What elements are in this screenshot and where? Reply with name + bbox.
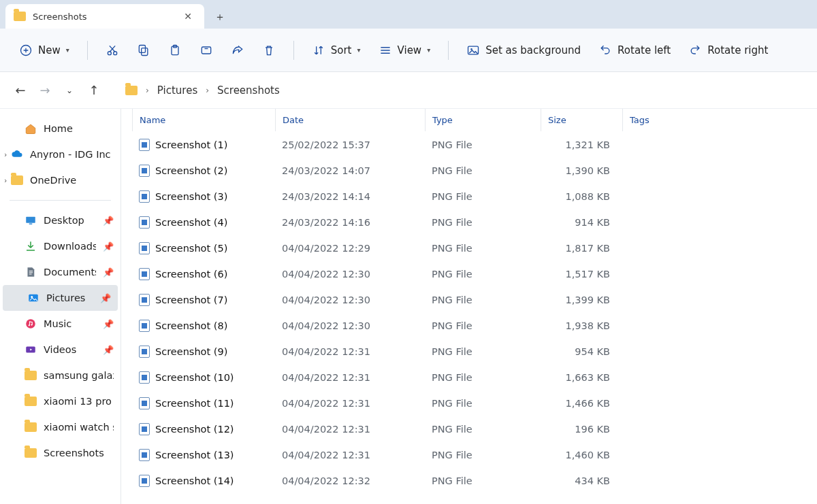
view-button[interactable]: View ▾ [372,38,438,63]
copy-button[interactable] [130,38,157,63]
cut-button[interactable] [99,38,126,63]
sidebar-item-anyron[interactable]: › Anyron - IDG Inc [0,141,121,167]
sidebar-item-quick[interactable]: Screenshots [0,440,121,466]
sidebar-item-quick[interactable]: xiaomi watch s1 [0,414,121,440]
chevron-down-icon: ▾ [66,46,69,54]
column-header-name[interactable]: Name [132,109,275,131]
file-row[interactable]: Screenshot (5)04/04/2022 12:29PNG File1,… [132,235,817,261]
sidebar-item-label: xiaomi 13 pro camera [44,396,114,407]
delete-button[interactable] [255,38,283,63]
sidebar-item-quick[interactable]: Documents📌 [0,259,121,285]
svg-rect-7 [202,47,210,54]
sidebar-item-quick[interactable]: Music📌 [0,311,121,337]
cell-name: Screenshot (3) [132,190,275,203]
file-row[interactable]: Screenshot (6)04/04/2022 12:30PNG File1,… [132,261,817,287]
window-tab[interactable]: Screenshots ✕ [5,4,204,29]
folder-icon [125,86,138,95]
sidebar-icon [25,266,37,278]
tab-title: Screenshots [33,12,87,22]
close-tab-icon[interactable]: ✕ [180,10,196,23]
breadcrumb-segment[interactable]: Screenshots [217,84,280,97]
file-row[interactable]: Screenshot (2)24/03/2022 14:07PNG File1,… [132,158,817,184]
file-row[interactable]: Screenshot (1)25/02/2022 15:37PNG File1,… [132,132,817,158]
cell-type: PNG File [425,217,541,228]
rename-icon [199,44,213,57]
cell-name: Screenshot (7) [132,294,275,306]
rename-button[interactable] [193,38,220,63]
column-header-label: Size [548,115,566,125]
new-button[interactable]: New ▾ [12,38,76,63]
sort-button[interactable]: Sort ▾ [305,38,368,63]
cell-type: PNG File [425,372,541,383]
expand-icon[interactable]: › [4,176,7,185]
up-button[interactable]: ↑ [86,83,102,97]
breadcrumb[interactable]: › Pictures › Screenshots [121,84,280,97]
cell-date: 24/03/2022 14:16 [275,217,425,228]
cell-date: 04/04/2022 12:31 [275,372,425,383]
file-row[interactable]: Screenshot (10)04/04/2022 12:31PNG File1… [132,365,817,390]
expand-icon[interactable]: › [4,150,7,159]
sidebar-item-quick[interactable]: Videos📌 [0,337,121,363]
new-label: New [38,44,61,56]
file-row[interactable]: Screenshot (9)04/04/2022 12:31PNG File95… [132,339,817,365]
back-button[interactable]: ← [12,83,29,97]
file-row[interactable]: Screenshot (14)04/04/2022 12:32PNG File4… [132,468,817,494]
cell-date: 24/03/2022 14:07 [275,165,425,176]
set-background-button[interactable]: Set as background [460,38,588,63]
column-header-tags[interactable]: Tags [622,109,745,131]
rotate-right-button[interactable]: Rotate right [682,38,775,63]
file-name: Screenshot (10) [155,372,234,383]
svg-point-14 [26,319,35,329]
share-button[interactable] [224,38,251,63]
cell-type: PNG File [425,165,541,176]
file-row[interactable]: Screenshot (7)04/04/2022 12:30PNG File1,… [132,287,817,313]
forward-button[interactable]: → [37,83,53,97]
plus-circle-icon [19,44,33,57]
sidebar-item-quick[interactable]: Pictures📌 [3,285,118,311]
cell-name: Screenshot (14) [132,475,275,487]
cell-date: 04/04/2022 12:30 [275,320,425,331]
svg-point-15 [29,324,30,326]
copy-icon [137,44,150,57]
png-file-icon [139,371,150,384]
new-tab-button[interactable]: ＋ [208,5,231,29]
file-row[interactable]: Screenshot (13)04/04/2022 12:31PNG File1… [132,442,817,468]
folder-icon [25,422,37,432]
pin-icon: 📌 [103,345,114,355]
file-row[interactable]: Screenshot (8)04/04/2022 12:30PNG File1,… [132,313,817,339]
sidebar-item-quick[interactable]: xiaomi 13 pro camera [0,388,121,414]
cell-name: Screenshot (4) [132,216,275,229]
sidebar-item-onedrive[interactable]: › OneDrive [0,167,121,193]
svg-point-13 [31,296,33,298]
sidebar-item-label: Home [44,123,73,134]
sidebar-item-quick[interactable]: Desktop📌 [0,207,121,233]
column-header-size[interactable]: Size [541,109,622,131]
cell-type: PNG File [425,398,541,409]
folder-icon [25,448,37,458]
file-name: Screenshot (5) [155,243,227,254]
png-file-icon [139,268,150,280]
column-header-type[interactable]: Type [425,109,541,131]
cell-size: 1,517 KB [541,269,622,280]
paste-button[interactable] [161,38,189,63]
cell-name: Screenshot (9) [132,346,275,358]
cell-name: Screenshot (8) [132,320,275,332]
cell-type: PNG File [425,320,541,331]
pin-icon: 📌 [100,293,111,303]
file-row[interactable]: Screenshot (4)24/03/2022 14:16PNG File91… [132,209,817,235]
nav-buttons: ← → ⌄ ↑ [12,83,121,97]
rotate-right-icon [688,44,702,57]
breadcrumb-segment[interactable]: Pictures [157,84,197,97]
file-row[interactable]: Screenshot (3)24/03/2022 14:14PNG File1,… [132,184,817,209]
sidebar-item-home[interactable]: Home [0,116,121,141]
file-row[interactable]: Screenshot (12)04/04/2022 12:31PNG File1… [132,416,817,442]
cell-type: PNG File [425,424,541,435]
file-row[interactable]: Screenshot (11)04/04/2022 12:31PNG File1… [132,390,817,416]
set-background-label: Set as background [485,44,581,56]
png-file-icon [139,190,150,203]
rotate-left-button[interactable]: Rotate left [592,38,677,63]
recent-locations-button[interactable]: ⌄ [61,86,78,95]
sidebar-item-quick[interactable]: Downloads📌 [0,233,121,259]
column-header-date[interactable]: Date [275,109,425,131]
sidebar-item-quick[interactable]: samsung galaxy [0,363,121,388]
